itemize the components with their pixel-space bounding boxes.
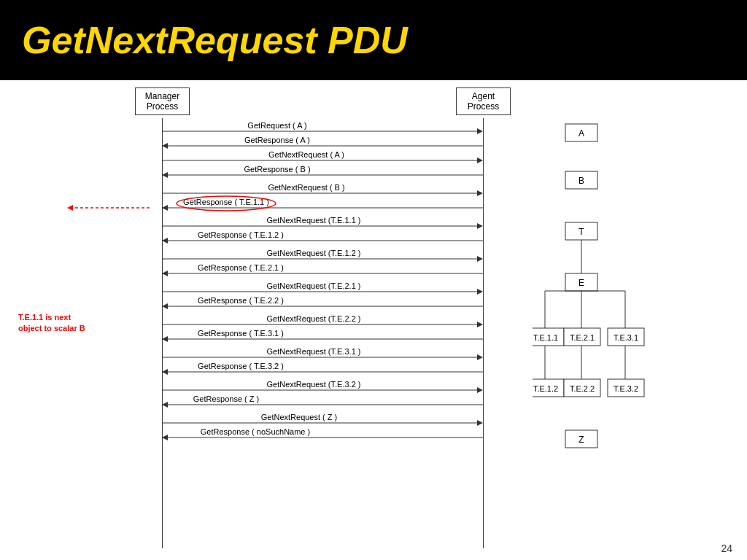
page-number: 24 bbox=[721, 542, 732, 554]
svg-text:B: B bbox=[578, 176, 584, 186]
svg-text:E: E bbox=[578, 278, 584, 288]
svg-marker-47 bbox=[162, 369, 168, 375]
svg-text:GetNextRequest ( B ): GetNextRequest ( B ) bbox=[268, 183, 344, 192]
svg-marker-4 bbox=[162, 143, 168, 149]
svg-text:GetResponse ( Z ): GetResponse ( Z ) bbox=[193, 394, 259, 403]
manager-process-box: ManagerProcess bbox=[135, 88, 190, 115]
svg-marker-59 bbox=[162, 435, 168, 440]
tree-diagram: A B T E T.E.1.1 T.E.2.1 T.E.3.1 bbox=[533, 120, 744, 485]
svg-marker-38 bbox=[477, 322, 483, 327]
svg-marker-20 bbox=[477, 223, 483, 229]
svg-text:GetNextRequest (T.E.1.1 ): GetNextRequest (T.E.1.1 ) bbox=[267, 216, 361, 225]
svg-text:GetNextRequest (T.E.2.1 ): GetNextRequest (T.E.2.1 ) bbox=[267, 281, 361, 290]
svg-marker-1 bbox=[477, 128, 483, 134]
svg-marker-41 bbox=[162, 336, 168, 342]
main-content: ManagerProcess AgentProcess GetRequest (… bbox=[0, 80, 747, 560]
svg-marker-56 bbox=[477, 420, 483, 426]
agent-label: AgentProcess bbox=[468, 91, 499, 112]
svg-marker-62 bbox=[67, 205, 73, 211]
svg-marker-10 bbox=[162, 172, 168, 178]
svg-text:GetResponse ( T.E.2.2 ): GetResponse ( T.E.2.2 ) bbox=[198, 296, 284, 305]
svg-text:T.E.2.2: T.E.2.2 bbox=[570, 384, 595, 393]
annotation-line1: T.E.1.1 is next bbox=[18, 313, 71, 322]
svg-text:GetResponse ( T.E.2.1 ): GetResponse ( T.E.2.1 ) bbox=[198, 263, 284, 272]
svg-text:T.E.1.2: T.E.1.2 bbox=[533, 384, 558, 393]
svg-marker-23 bbox=[162, 238, 168, 244]
svg-text:GetResponse ( noSuchName ): GetResponse ( noSuchName ) bbox=[201, 427, 310, 436]
annotation-line2: object to scalar B bbox=[18, 324, 85, 332]
svg-text:GetNextRequest (T.E.3.1 ): GetNextRequest (T.E.3.1 ) bbox=[267, 347, 361, 356]
svg-text:GetNextRequest ( A ): GetNextRequest ( A ) bbox=[268, 150, 344, 159]
annotation: T.E.1.1 is next object to scalar B bbox=[18, 312, 85, 335]
svg-text:GetNextRequest (T.E.2.2 ): GetNextRequest (T.E.2.2 ) bbox=[267, 314, 361, 323]
manager-label: ManagerProcess bbox=[145, 91, 179, 112]
svg-text:T.E.3.2: T.E.3.2 bbox=[614, 384, 638, 393]
svg-marker-26 bbox=[477, 256, 483, 262]
svg-text:Z: Z bbox=[578, 435, 584, 445]
svg-marker-7 bbox=[477, 158, 483, 163]
svg-text:T: T bbox=[578, 227, 584, 237]
svg-text:GetResponse ( T.E.1.1 ): GetResponse ( T.E.1.1 ) bbox=[183, 198, 269, 206]
svg-marker-32 bbox=[477, 289, 483, 295]
svg-marker-29 bbox=[162, 271, 168, 276]
svg-text:T.E.1.1: T.E.1.1 bbox=[533, 333, 558, 342]
svg-text:GetNextRequest (T.E.3.2 ): GetNextRequest (T.E.3.2 ) bbox=[267, 380, 361, 389]
svg-marker-13 bbox=[477, 190, 483, 196]
header: GetNextRequest PDU bbox=[0, 0, 747, 80]
svg-marker-44 bbox=[477, 354, 483, 360]
svg-text:GetResponse ( B ): GetResponse ( B ) bbox=[244, 165, 310, 174]
svg-marker-16 bbox=[162, 205, 168, 211]
agent-process-box: AgentProcess bbox=[456, 88, 511, 115]
svg-text:A: A bbox=[578, 128, 584, 139]
svg-text:GetRequest ( A ): GetRequest ( A ) bbox=[247, 121, 306, 130]
svg-text:T.E.3.1: T.E.3.1 bbox=[614, 333, 638, 342]
svg-marker-35 bbox=[162, 303, 168, 309]
svg-marker-53 bbox=[162, 402, 168, 408]
svg-text:GetResponse ( T.E.3.1 ): GetResponse ( T.E.3.1 ) bbox=[198, 329, 284, 338]
svg-text:GetResponse ( T.E.3.2 ): GetResponse ( T.E.3.2 ) bbox=[198, 362, 284, 370]
svg-marker-50 bbox=[477, 387, 483, 393]
svg-text:GetNextRequest (T.E.1.2 ): GetNextRequest (T.E.1.2 ) bbox=[267, 249, 361, 257]
svg-text:GetNextRequest ( Z ): GetNextRequest ( Z ) bbox=[261, 413, 338, 421]
svg-text:GetResponse ( T.E.1.2 ): GetResponse ( T.E.1.2 ) bbox=[198, 230, 284, 239]
page-title: GetNextRequest PDU bbox=[22, 18, 408, 62]
svg-text:T.E.2.1: T.E.2.1 bbox=[570, 333, 595, 342]
svg-text:GetResponse ( A ): GetResponse ( A ) bbox=[244, 136, 310, 144]
